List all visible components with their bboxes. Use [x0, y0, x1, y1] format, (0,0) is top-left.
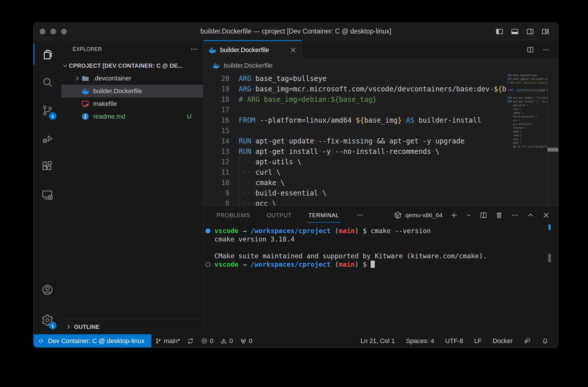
sidebar-header: EXPLORER	[61, 40, 203, 58]
more-actions-icon[interactable]	[511, 211, 519, 219]
status-item-sync[interactable]	[183, 334, 197, 347]
kill-terminal-icon[interactable]	[495, 211, 503, 219]
line-number: 13	[203, 146, 239, 157]
more-actions-icon[interactable]	[190, 45, 198, 53]
activity-item-source-control[interactable]: 1	[34, 96, 61, 124]
extensions-icon	[41, 160, 54, 173]
line-number: 14	[203, 136, 239, 146]
line-number: 12	[203, 157, 239, 167]
tree-item-makefile[interactable]: makefile	[61, 97, 203, 110]
status-item-indentation[interactable]: Spaces: 4	[400, 334, 440, 347]
code-line-11[interactable]: 11···curl·\	[203, 167, 509, 178]
activity-item-extensions[interactable]	[34, 152, 61, 180]
workbench: 11 EXPLORER CPROJECT [DEV CONTAINER: C @…	[34, 40, 558, 334]
activity-item-search[interactable]	[34, 68, 61, 96]
activity-item-accounts[interactable]	[34, 276, 61, 304]
terminal-profile-icon: $	[394, 211, 402, 219]
code-line-12[interactable]: 12···apt-utils·\	[203, 157, 509, 167]
minimap-line	[508, 92, 547, 96]
tree-section-header[interactable]: CPROJECT [DEV CONTAINER: C @ DE...	[61, 59, 203, 72]
chevron-down-icon[interactable]	[61, 62, 69, 69]
close-panel-icon[interactable]	[542, 211, 550, 219]
line-number: 16	[203, 115, 239, 126]
maximize-panel-icon[interactable]	[526, 211, 534, 219]
activity-item-remote-explorer[interactable]	[34, 180, 61, 209]
activity-item-settings[interactable]: 1	[34, 306, 61, 334]
vscode-window: builder.Dockerfile — cproject [Dev Conta…	[33, 23, 558, 348]
error-icon	[201, 338, 208, 344]
terminal-scrollbar-thumb[interactable]	[548, 254, 551, 262]
warning-icon	[220, 338, 227, 344]
code-line-20[interactable]: 20ARG·base_tag=bullseye	[203, 73, 509, 84]
activity-item-run-and-debug[interactable]	[34, 124, 61, 152]
chevron-right-icon[interactable]	[65, 323, 72, 331]
code-line-13[interactable]: 13RUN·apt-get·install·-y·--no-install-re…	[203, 146, 509, 157]
code-line-9[interactable]: 9···build-essential·\	[203, 188, 509, 198]
terminal-line: CMake suite maintained and supported by …	[205, 252, 558, 260]
outline-section[interactable]: OUTLINE	[61, 319, 203, 334]
split-terminal-icon[interactable]	[479, 211, 488, 219]
status-item-language-mode[interactable]: Docker	[487, 334, 518, 347]
code-line-15[interactable]: 15	[203, 126, 509, 136]
tree-item-builder-dockerfile[interactable]: builder.Dockerfile	[61, 85, 203, 97]
status-item-warnings[interactable]: 0	[217, 334, 236, 347]
panel-tab-output[interactable]: OUTPUT	[267, 206, 292, 224]
split-editor-icon[interactable]	[526, 46, 534, 54]
code-line-14[interactable]: 14RUN·apt-get·update·--fix-missing·&&·ap…	[203, 136, 509, 146]
outline-label: OUTLINE	[74, 324, 100, 330]
status-item-feedback[interactable]	[518, 334, 536, 347]
panel-tab-problems[interactable]: PROBLEMS	[216, 206, 250, 224]
terminal-instance[interactable]: $ qemu-x86_64	[394, 211, 442, 219]
indent-guide: ···	[239, 188, 256, 198]
new-terminal-icon[interactable]	[450, 211, 458, 219]
status-label: Docker	[493, 337, 513, 345]
more-actions-icon[interactable]	[542, 46, 550, 54]
line-number: 18	[203, 94, 239, 105]
editor-scrollbar[interactable]	[547, 72, 558, 206]
status-item-ports[interactable]: 0	[236, 334, 256, 347]
status-item-cursor-position[interactable]: Ln 21, Col 1	[355, 334, 400, 347]
code-line-18[interactable]: 18#·ARG·base_img=debian:${base_tag}	[203, 94, 509, 105]
code-line-17[interactable]: 17	[203, 105, 509, 115]
panel-more-tabs-icon[interactable]	[356, 211, 364, 219]
terminal-line: cmake version 3.18.4	[205, 235, 558, 244]
status-right: Ln 21, Col 1Spaces: 4UTF-8LFDocker	[355, 334, 558, 347]
activity-item-explorer[interactable]	[34, 40, 61, 68]
status-item-notifications[interactable]	[536, 334, 554, 347]
code-line-8[interactable]: 8···gcc·\	[203, 198, 509, 206]
code-line-10[interactable]: 10···cmake·\	[203, 178, 509, 188]
breadcrumb[interactable]: builder.Dockerfile	[203, 59, 558, 72]
indent-guide: ···	[239, 178, 256, 188]
code-line-16[interactable]: 16FROM·--platform=linux/amd64·${base_img…	[203, 115, 509, 126]
chevron-right-icon[interactable]	[74, 75, 81, 82]
svg-text:$: $	[396, 215, 397, 218]
status-item-errors[interactable]: 0	[197, 334, 217, 347]
close-tab-icon[interactable]	[289, 46, 297, 54]
file-tree: CPROJECT [DEV CONTAINER: C @ DE... .devc…	[61, 59, 203, 123]
indent-guide: ···	[239, 157, 256, 167]
terminal[interactable]: vscode → /workspaces/cproject (main) $ c…	[203, 224, 558, 334]
code-editor[interactable]: 20ARG·base_tag=bullseye19ARG·base_img=mc…	[203, 72, 558, 206]
status-label: 0	[210, 337, 213, 345]
panel-header: PROBLEMSOUTPUTTERMINAL $ qemu-x86_64	[203, 206, 558, 224]
status-label: UTF-8	[445, 337, 463, 345]
status-label: main*	[164, 337, 180, 345]
minimap-line: apt-utils \	[508, 104, 547, 107]
bottom-panel: PROBLEMSOUTPUTTERMINAL $ qemu-x86_64	[203, 206, 558, 334]
minimap[interactable]: ARG base_tag=bullseyeARG base_img=mcr.mi…	[508, 73, 547, 149]
tab-builder-dockerfile[interactable]: builder.Dockerfile	[203, 40, 302, 59]
remote-indicator[interactable]: Dev Container: C @ desktop-linux	[34, 334, 151, 347]
scrollbar-thumb[interactable]	[547, 148, 558, 152]
remote-explorer-icon	[41, 188, 54, 201]
tree-item--devcontainer[interactable]: .devcontainer	[61, 72, 203, 85]
status-item-eol[interactable]: LF	[469, 334, 487, 347]
terminal-line: vscode → /workspaces/cproject (main) $ c…	[205, 227, 558, 235]
panel-tab-terminal[interactable]: TERMINAL	[308, 206, 339, 224]
status-item-encoding[interactable]: UTF-8	[440, 334, 468, 347]
status-item-git-branch[interactable]: main*	[151, 334, 183, 347]
tree-item-readme-md[interactable]: readme.mdU	[61, 110, 203, 123]
title-bar[interactable]: builder.Dockerfile — cproject [Dev Conta…	[34, 23, 558, 40]
terminal-dropdown-icon[interactable]	[466, 212, 472, 218]
code-line-19[interactable]: 19ARG·base_img=mcr.microsoft.com/vscode/…	[203, 84, 509, 94]
screen: { "window": { "title": "builder.Dockerfi…	[0, 0, 588, 387]
